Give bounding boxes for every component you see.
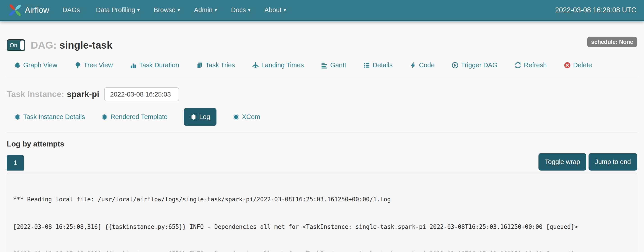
divider bbox=[7, 77, 637, 77]
task-instance-nav: Task Instance Details Rendered Template … bbox=[7, 108, 637, 126]
log-line: [2022-03-08 16:25:08,316] {{taskinstance… bbox=[13, 222, 631, 232]
brand-label: Airflow bbox=[25, 5, 49, 15]
chevron-down-icon: ▾ bbox=[137, 8, 140, 12]
tab-xcom[interactable]: XCom bbox=[233, 113, 260, 121]
dag-title-prefix: DAG: bbox=[31, 39, 56, 51]
tab-rendered-template[interactable]: Rendered Template bbox=[101, 113, 168, 121]
burst-icon bbox=[233, 114, 240, 120]
nav-refresh[interactable]: Refresh bbox=[514, 61, 547, 69]
attempt-tab-1[interactable]: 1 bbox=[7, 155, 24, 171]
top-navbar: Airflow DAGs Data Profiling▾ Browse▾ Adm… bbox=[0, 0, 644, 21]
schedule-badge: schedule: None bbox=[587, 37, 637, 47]
dag-pause-toggle[interactable]: On bbox=[7, 39, 25, 51]
nav-details[interactable]: Details bbox=[363, 61, 392, 69]
list-icon bbox=[363, 62, 370, 69]
log-output: *** Reading local file: /usr/local/airfl… bbox=[7, 173, 637, 252]
burst-icon bbox=[190, 114, 197, 120]
tab-task-instance-details[interactable]: Task Instance Details bbox=[14, 113, 85, 121]
task-instance-row: Task Instance: spark-pi bbox=[7, 87, 637, 101]
log-line: *** Reading local file: /usr/local/airfl… bbox=[13, 195, 631, 204]
log-attempt-row: 1 Toggle wrap Jump to end bbox=[7, 153, 637, 171]
chevron-down-icon: ▾ bbox=[178, 8, 180, 12]
burst-icon bbox=[101, 114, 108, 120]
burst-icon bbox=[14, 62, 21, 69]
nav-item-data-profiling[interactable]: Data Profiling▾ bbox=[89, 6, 146, 14]
bar-chart-icon bbox=[130, 62, 137, 69]
dag-header: On DAG: single-task schedule: None bbox=[7, 39, 637, 51]
nav-item-browse[interactable]: Browse▾ bbox=[147, 6, 187, 14]
utc-clock: 2022-03-08 16:28:08 UTC bbox=[555, 6, 636, 14]
nav-task-duration[interactable]: Task Duration bbox=[130, 61, 179, 69]
log-buttons: Toggle wrap Jump to end bbox=[538, 153, 637, 171]
chevron-down-icon: ▾ bbox=[284, 8, 286, 12]
tab-log[interactable]: Log bbox=[184, 108, 216, 126]
chevron-down-icon: ▾ bbox=[248, 8, 250, 12]
divider bbox=[7, 132, 637, 132]
nav-item-dags[interactable]: DAGs bbox=[56, 6, 89, 14]
nav-trigger-dag[interactable]: Trigger DAG bbox=[452, 61, 498, 69]
play-circle-icon bbox=[452, 62, 458, 69]
task-instance-name: spark-pi bbox=[67, 90, 99, 99]
nav-graph-view[interactable]: Graph View bbox=[14, 61, 57, 69]
nav-gantt[interactable]: Gantt bbox=[321, 61, 346, 69]
airflow-pinwheel-logo bbox=[8, 3, 22, 17]
lightning-icon bbox=[410, 62, 416, 69]
log-line: [2022-03-08 16:25:08,322] {{taskinstance… bbox=[13, 250, 631, 252]
burst-icon bbox=[14, 114, 21, 120]
align-left-icon bbox=[321, 62, 328, 69]
toggle-wrap-button[interactable]: Toggle wrap bbox=[538, 153, 586, 171]
nav-task-tries[interactable]: Task Tries bbox=[196, 61, 235, 69]
refresh-icon bbox=[514, 62, 521, 69]
dag-view-nav: Graph View Tree View Task Duration Task … bbox=[7, 61, 637, 69]
nav-delete[interactable]: Delete bbox=[564, 61, 592, 69]
tree-icon bbox=[74, 62, 81, 69]
nav-tree-view[interactable]: Tree View bbox=[74, 61, 113, 69]
duplicate-icon bbox=[196, 62, 203, 69]
toggle-state-label: On bbox=[10, 42, 17, 49]
task-instance-label: Task Instance: bbox=[7, 90, 64, 99]
dag-name: single-task bbox=[60, 39, 112, 51]
nav-code[interactable]: Code bbox=[410, 61, 434, 69]
nav-item-about[interactable]: About▾ bbox=[258, 6, 293, 14]
remove-circle-icon bbox=[564, 62, 571, 69]
page-title: DAG: single-task bbox=[31, 40, 112, 51]
log-section-heading: Log by attempts bbox=[7, 140, 637, 148]
nav-item-admin[interactable]: Admin▾ bbox=[187, 6, 224, 14]
nav-item-docs[interactable]: Docs▾ bbox=[224, 6, 258, 14]
plane-icon bbox=[252, 62, 259, 69]
navbar-menu: DAGs Data Profiling▾ Browse▾ Admin▾ Docs… bbox=[56, 6, 293, 14]
chevron-down-icon: ▾ bbox=[214, 8, 217, 12]
toggle-handle bbox=[20, 40, 24, 50]
execution-date-input[interactable] bbox=[104, 87, 179, 101]
airflow-brand[interactable]: Airflow bbox=[8, 3, 49, 17]
nav-landing-times[interactable]: Landing Times bbox=[252, 61, 304, 69]
jump-to-end-button[interactable]: Jump to end bbox=[588, 153, 637, 171]
